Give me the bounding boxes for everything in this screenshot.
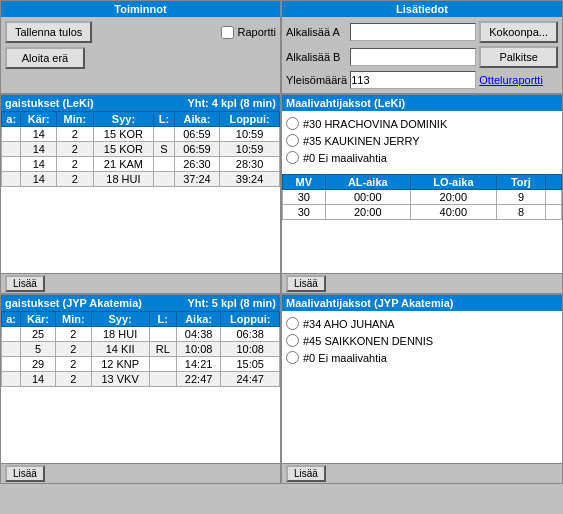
mv-player-label: #34 AHO JUHANA bbox=[303, 318, 395, 330]
mv-player-label: #0 Ei maalivahtia bbox=[303, 352, 387, 364]
jyp-penalties-header: gaistukset (JYP Akatemia) Yht: 5 kpl (8 … bbox=[1, 295, 280, 311]
alkalisaa-b-input[interactable] bbox=[350, 48, 476, 66]
list-item: #35 KAUKINEN JERRY bbox=[286, 132, 558, 149]
mv-col-scroll bbox=[546, 175, 562, 190]
otteluraportti-link[interactable]: Otteluraportti bbox=[479, 74, 558, 86]
list-item: #0 Ei maalivahtia bbox=[286, 349, 558, 366]
col-kar: Kär: bbox=[21, 112, 57, 127]
jyp-col-loppui: Loppui: bbox=[221, 312, 280, 327]
leki-penalties-title: gaistukset (LeKi) bbox=[5, 97, 94, 109]
mv-col-lo: LO-aika bbox=[410, 175, 496, 190]
col-a: a: bbox=[2, 112, 21, 127]
kokoonpano-button[interactable]: Kokoonpa... bbox=[479, 21, 558, 43]
lisatiedot-header: Lisätiedot bbox=[282, 1, 562, 17]
start-era-button[interactable]: Aloita erä bbox=[5, 47, 85, 69]
alkalisaa-b-label: Alkalisää B bbox=[286, 51, 347, 63]
yleismaara-input[interactable] bbox=[350, 71, 476, 89]
table-row[interactable]: 14215 KORS06:5910:59 bbox=[2, 142, 280, 157]
table-row[interactable]: 14213 VKV22:4724:47 bbox=[2, 372, 280, 387]
leki-mv-radio[interactable] bbox=[286, 117, 299, 130]
table-row[interactable]: 25218 HUI04:3806:38 bbox=[2, 327, 280, 342]
jyp-penalties-title: gaistukset (JYP Akatemia) bbox=[5, 297, 142, 309]
leki-mv-radio[interactable] bbox=[286, 134, 299, 147]
jyp-mv-radio[interactable] bbox=[286, 351, 299, 364]
col-min: Min: bbox=[57, 112, 93, 127]
save-button[interactable]: Tallenna tulos bbox=[5, 21, 92, 43]
mv-player-label: #0 Ei maalivahtia bbox=[303, 152, 387, 164]
mv-col-torj: Torj bbox=[496, 175, 545, 190]
list-item: #34 AHO JUHANA bbox=[286, 315, 558, 332]
leki-mv-title: Maalivahtijaksot (LeKi) bbox=[286, 97, 405, 109]
table-row[interactable]: 14218 HUI37:2439:24 bbox=[2, 172, 280, 187]
mv-player-label: #35 KAUKINEN JERRY bbox=[303, 135, 420, 147]
jyp-mv-radio[interactable] bbox=[286, 317, 299, 330]
leki-add-penalty-button[interactable]: Lisää bbox=[5, 275, 45, 292]
table-row[interactable]: 5214 KIIRL10:0810:08 bbox=[2, 342, 280, 357]
jyp-col-min: Min: bbox=[55, 312, 91, 327]
jyp-col-a: a: bbox=[2, 312, 21, 327]
mv-col-mv: MV bbox=[283, 175, 326, 190]
toiminnot-header: Toiminnot bbox=[1, 1, 280, 17]
jyp-penalties-count: Yht: 5 kpl (8 min) bbox=[187, 297, 276, 309]
list-item: #0 Ei maalivahtia bbox=[286, 149, 558, 166]
leki-mv-radio[interactable] bbox=[286, 151, 299, 164]
table-row[interactable]: 3020:0040:008 bbox=[283, 205, 562, 220]
leki-penalties-count: Yht: 4 kpl (8 min) bbox=[187, 97, 276, 109]
jyp-mv-radio[interactable] bbox=[286, 334, 299, 347]
leki-add-mv-button[interactable]: Lisää bbox=[286, 275, 326, 292]
col-aika: Aika: bbox=[174, 112, 220, 127]
jyp-add-penalty-button[interactable]: Lisää bbox=[5, 465, 45, 482]
table-row[interactable]: 3000:0020:009 bbox=[283, 190, 562, 205]
jyp-mv-header: Maalivahtijaksot (JYP Akatemia) bbox=[282, 295, 562, 311]
raportti-label: Raportti bbox=[237, 26, 276, 38]
list-item: #45 SAIKKONEN DENNIS bbox=[286, 332, 558, 349]
col-l: L: bbox=[154, 112, 174, 127]
mv-player-label: #45 SAIKKONEN DENNIS bbox=[303, 335, 433, 347]
table-row[interactable]: 14215 KOR06:5910:59 bbox=[2, 127, 280, 142]
col-syy: Syy: bbox=[93, 112, 154, 127]
yleismaara-label: Yleisömäärä bbox=[286, 74, 347, 86]
alkalisaa-a-label: Alkalisää A bbox=[286, 26, 347, 38]
leki-penalties-header: gaistukset (LeKi) Yht: 4 kpl (8 min) bbox=[1, 95, 280, 111]
mv-col-al: AL-aika bbox=[325, 175, 410, 190]
jyp-col-syy: Syy: bbox=[91, 312, 149, 327]
jyp-add-mv-button[interactable]: Lisää bbox=[286, 465, 326, 482]
table-row[interactable]: 29212 KNP14:2115:05 bbox=[2, 357, 280, 372]
jyp-col-kar: Kär: bbox=[21, 312, 56, 327]
raportti-checkbox[interactable] bbox=[221, 26, 234, 39]
table-row[interactable]: 14221 KAM26:3028:30 bbox=[2, 157, 280, 172]
leki-mv-header: Maalivahtijaksot (LeKi) bbox=[282, 95, 562, 111]
list-item: #30 HRACHOVINA DOMINIK bbox=[286, 115, 558, 132]
jyp-col-aika: Aika: bbox=[176, 312, 221, 327]
palkitse-button[interactable]: Palkitse bbox=[479, 46, 558, 68]
jyp-mv-title: Maalivahtijaksot (JYP Akatemia) bbox=[286, 297, 454, 309]
alkalisaa-a-input[interactable] bbox=[350, 23, 476, 41]
jyp-col-l: L: bbox=[149, 312, 176, 327]
col-loppui: Loppui: bbox=[220, 112, 280, 127]
mv-player-label: #30 HRACHOVINA DOMINIK bbox=[303, 118, 447, 130]
